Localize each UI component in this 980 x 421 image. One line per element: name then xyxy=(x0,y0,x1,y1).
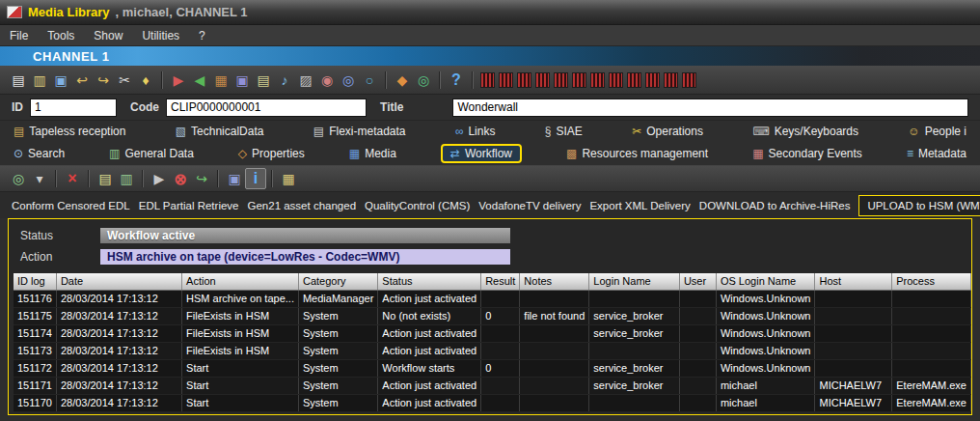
tab-links[interactable]: ∞Links xyxy=(455,125,496,138)
run-options-dropdown-icon[interactable]: ▾ xyxy=(29,168,50,189)
tab-keys-keyboards[interactable]: ⌨Keys/Keyboards xyxy=(752,125,858,138)
workflow-tab-vodafonetv-delivery[interactable]: VodafoneTV delivery xyxy=(478,200,581,211)
import-video-icon[interactable]: ◀ xyxy=(189,70,210,91)
timeline-marker-icon[interactable] xyxy=(590,72,605,88)
tab-search[interactable]: ⊙Search xyxy=(14,147,65,160)
camera-icon[interactable]: ◉ xyxy=(316,70,338,91)
timeline-marker-icon[interactable] xyxy=(480,72,495,88)
tab-tapeless-reception[interactable]: ▤Tapeless reception xyxy=(14,125,125,138)
tab-secondary-events[interactable]: ▦Secondary Events xyxy=(752,147,862,160)
column-header-process[interactable]: Process xyxy=(892,273,971,290)
tab-properties[interactable]: ◇Properties xyxy=(238,147,305,160)
clapper-icon[interactable]: ▨ xyxy=(295,70,316,91)
column-header-status[interactable]: Status xyxy=(378,273,481,290)
timeline-marker-icon[interactable] xyxy=(517,72,531,88)
menu-item-utilities[interactable]: Utilities xyxy=(142,29,179,42)
tab-media[interactable]: ▦Media xyxy=(349,147,396,160)
tab-people-i[interactable]: ☺People i xyxy=(908,125,966,138)
tv-icon[interactable]: ▣ xyxy=(231,70,253,91)
tab-siae[interactable]: §SIAE xyxy=(545,125,583,138)
log-row-151172[interactable]: 15117228/03/2014 17:13:12StartSystemWork… xyxy=(14,359,971,377)
workflow-tab-download-to-archive-hires[interactable]: DOWNLOAD to Archive-HiRes xyxy=(699,200,851,211)
cut-icon[interactable]: ✂ xyxy=(114,70,135,91)
timeline-marker-icon[interactable] xyxy=(645,72,660,88)
stop-icon[interactable]: ⊗ xyxy=(170,168,191,189)
tab-workflow[interactable]: ⇄Workflow xyxy=(441,144,522,163)
settings-icon[interactable]: ◆ xyxy=(392,70,413,91)
cell xyxy=(481,342,520,359)
audio-icon[interactable]: ♪ xyxy=(274,70,295,91)
export-video-icon[interactable]: ▶ xyxy=(168,70,189,91)
filmstrip-icon[interactable]: ▦ xyxy=(210,70,231,91)
id-input[interactable] xyxy=(30,98,117,117)
cell: System xyxy=(298,307,377,324)
workflow-tab-export-xml-delivery[interactable]: Export XML Delivery xyxy=(589,200,690,211)
tab-general-data[interactable]: ▥General Data xyxy=(109,147,194,160)
copy-page-icon[interactable]: ▤ xyxy=(253,70,274,91)
timeline-marker-icon[interactable] xyxy=(609,72,623,88)
workflow-tab-qualitycontrol-cms[interactable]: QualityControl (CMS) xyxy=(365,200,470,211)
timeline-marker-icon[interactable] xyxy=(535,72,550,88)
keys-icon[interactable]: ♦ xyxy=(135,70,156,91)
tab-flexi-metadata[interactable]: ▤Flexi-metadata xyxy=(313,125,406,138)
menu-item-tools[interactable]: Tools xyxy=(47,29,74,42)
column-header-os-login-name[interactable]: OS Login Name xyxy=(716,273,815,290)
disk-icon[interactable]: ◎ xyxy=(338,70,359,91)
timeline-marker-icon[interactable] xyxy=(499,72,513,88)
toolbar-separator xyxy=(88,170,90,187)
undo-icon[interactable]: ↩ xyxy=(71,70,93,91)
menu-item-file[interactable]: File xyxy=(10,29,28,42)
resume-icon[interactable]: ↪ xyxy=(191,168,212,189)
timeline-marker-icon[interactable] xyxy=(682,72,696,88)
world-icon[interactable]: ◎ xyxy=(413,70,434,91)
play-icon[interactable]: ▶ xyxy=(149,168,170,189)
column-header-action[interactable]: Action xyxy=(182,273,299,290)
run-workflow-icon[interactable]: ◎ xyxy=(8,168,29,189)
menu-item-show[interactable]: Show xyxy=(94,29,122,42)
column-header-host[interactable]: Host xyxy=(815,273,892,290)
cell: System xyxy=(298,377,377,394)
log-row-151176[interactable]: 15117628/03/2014 17:13:12HSM archive on … xyxy=(14,290,971,307)
workflow-tab-edl-partial-retrieve[interactable]: EDL Partial Retrieve xyxy=(139,200,239,211)
log-row-151171[interactable]: 15117128/03/2014 17:13:12StartSystemActi… xyxy=(14,377,971,394)
title-input[interactable] xyxy=(452,98,968,117)
code-input[interactable] xyxy=(166,98,367,117)
tab-technicaldata[interactable]: ▧TechnicalData xyxy=(176,125,264,138)
log-row-151173[interactable]: 15117328/03/2014 17:13:12FileExists in H… xyxy=(14,342,971,359)
workflow-tab-conform-censored-edl[interactable]: Conform Censored EDL xyxy=(12,200,130,211)
column-header-user[interactable]: User xyxy=(679,273,716,290)
timeline-marker-icon[interactable] xyxy=(664,72,678,88)
timeline-marker-icon[interactable] xyxy=(554,72,568,88)
log-row-151170[interactable]: 15117028/03/2014 17:13:12StartSystemActi… xyxy=(14,394,971,411)
cell xyxy=(892,342,971,359)
column-header-category[interactable]: Category xyxy=(298,273,377,290)
open-clip-icon[interactable]: ▥ xyxy=(29,70,50,91)
delete-workflow-icon[interactable]: × xyxy=(62,168,83,189)
column-header-login-name[interactable]: Login Name xyxy=(589,273,680,290)
tab-metadata[interactable]: ≡Metadata xyxy=(907,147,966,160)
status-value: Workflow active xyxy=(100,228,510,243)
globe-icon[interactable]: ○ xyxy=(359,70,380,91)
monitor-icon[interactable]: ▣ xyxy=(224,168,245,189)
info-icon[interactable]: i xyxy=(245,168,266,189)
column-header-id-log[interactable]: ID log xyxy=(14,273,56,290)
tab-operations[interactable]: ✂Operations xyxy=(632,125,703,138)
save-icon[interactable]: ▣ xyxy=(50,70,71,91)
timeline-marker-icon[interactable] xyxy=(572,72,586,88)
workflow-tab-upload-to-hsm-wmv[interactable]: UPLOAD to HSM (WMV) xyxy=(858,195,980,216)
log-row-151174[interactable]: 15117428/03/2014 17:13:12FileExists in H… xyxy=(14,324,971,342)
log-sheet-icon[interactable]: ▥ xyxy=(116,168,137,189)
timeline-marker-icon[interactable] xyxy=(627,72,641,88)
workflow-tab-gen21-asset-changed[interactable]: Gen21 asset changed xyxy=(248,200,357,211)
report-icon[interactable]: ▤ xyxy=(95,168,116,189)
archive-folder-icon[interactable]: ▦ xyxy=(278,168,299,189)
redo-icon[interactable]: ↪ xyxy=(93,70,114,91)
context-help-icon[interactable]: ? xyxy=(446,70,467,91)
log-row-151175[interactable]: 15117528/03/2014 17:13:12FileExists in H… xyxy=(14,307,971,324)
column-header-result[interactable]: Result xyxy=(481,273,520,290)
new-clip-icon[interactable]: ▤ xyxy=(8,70,29,91)
column-header-notes[interactable]: Notes xyxy=(520,273,589,290)
column-header-date[interactable]: Date xyxy=(56,273,181,290)
menu-item-help[interactable]: ? xyxy=(199,29,205,42)
tab-resources-management[interactable]: ▩Resources management xyxy=(566,147,708,160)
